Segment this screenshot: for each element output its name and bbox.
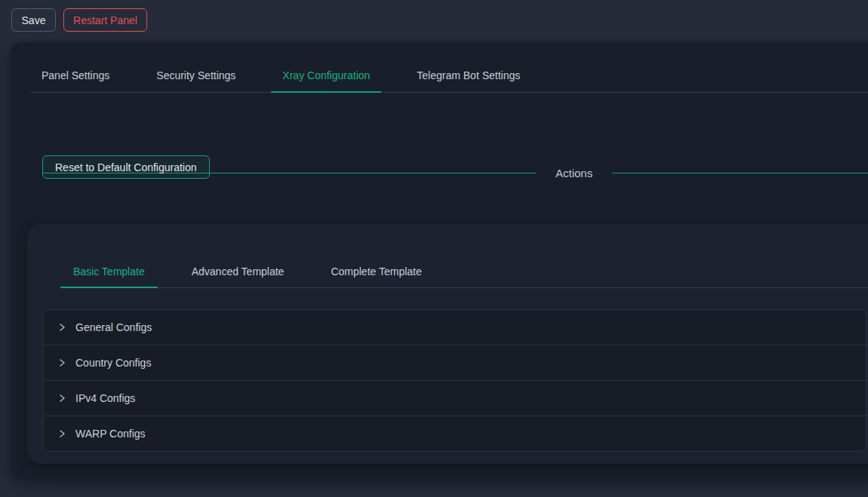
- section-warp-configs[interactable]: WARP Configs: [44, 416, 866, 451]
- tab-xray-configuration[interactable]: Xray Configuration: [271, 63, 381, 92]
- section-label: IPv4 Configs: [75, 392, 135, 404]
- settings-panel-card: Panel Settings Security Settings Xray Co…: [11, 42, 868, 478]
- section-label: Country Configs: [75, 357, 151, 369]
- reset-default-configuration-button[interactable]: Reset to Default Configuration: [42, 155, 210, 179]
- tab-security-settings[interactable]: Security Settings: [145, 63, 247, 92]
- template-sections-collapse: General Configs Country Configs IPv4 Con…: [43, 309, 866, 452]
- restart-panel-button[interactable]: Restart Panel: [63, 8, 147, 32]
- top-toolbar: Save Restart Panel: [0, 0, 868, 42]
- chevron-right-icon: [57, 429, 66, 438]
- divider-line: [612, 173, 868, 173]
- tab-advanced-template[interactable]: Advanced Template: [179, 259, 297, 287]
- section-label: WARP Configs: [75, 428, 146, 440]
- section-label: General Configs: [75, 321, 152, 333]
- tab-telegram-bot-settings[interactable]: Telegram Bot Settings: [405, 63, 531, 92]
- tab-panel-settings[interactable]: Panel Settings: [30, 63, 121, 92]
- tab-basic-template[interactable]: Basic Template: [60, 259, 158, 287]
- chevron-right-icon: [57, 394, 66, 403]
- section-country-configs[interactable]: Country Configs: [44, 345, 866, 380]
- template-tabs: Basic Template Advanced Template Complet…: [60, 259, 868, 288]
- templates-card: Basic Template Advanced Template Complet…: [27, 224, 868, 464]
- actions-divider-label: Actions: [556, 167, 593, 179]
- tab-complete-template[interactable]: Complete Template: [318, 259, 434, 287]
- chevron-right-icon: [57, 358, 66, 367]
- save-button[interactable]: Save: [11, 8, 56, 32]
- settings-tabs: Panel Settings Security Settings Xray Co…: [30, 63, 868, 93]
- section-ipv4-configs[interactable]: IPv4 Configs: [44, 380, 866, 416]
- chevron-right-icon: [57, 323, 66, 332]
- section-general-configs[interactable]: General Configs: [44, 310, 866, 345]
